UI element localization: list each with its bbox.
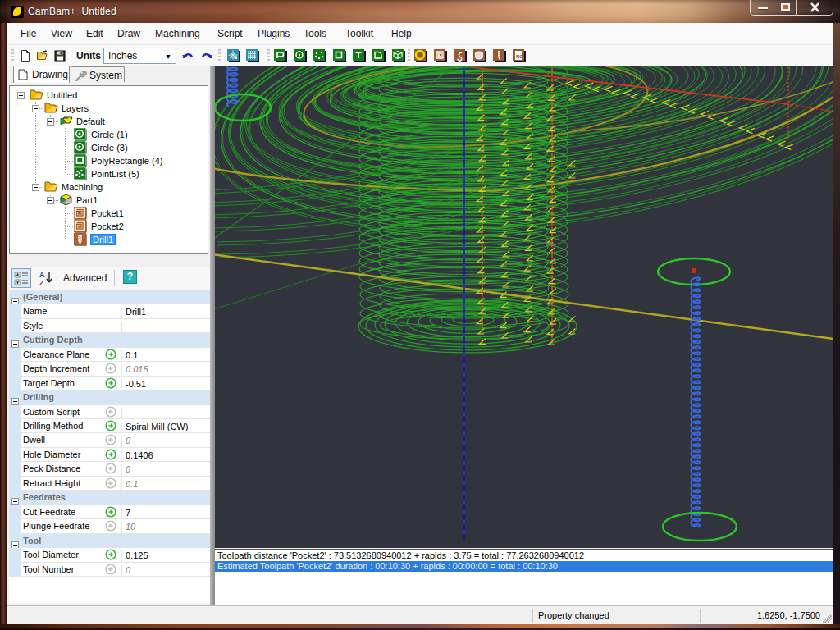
svg-text:A: A	[39, 271, 45, 279]
svg-text:NC: NC	[516, 54, 523, 59]
svg-text:Z: Z	[39, 279, 44, 286]
